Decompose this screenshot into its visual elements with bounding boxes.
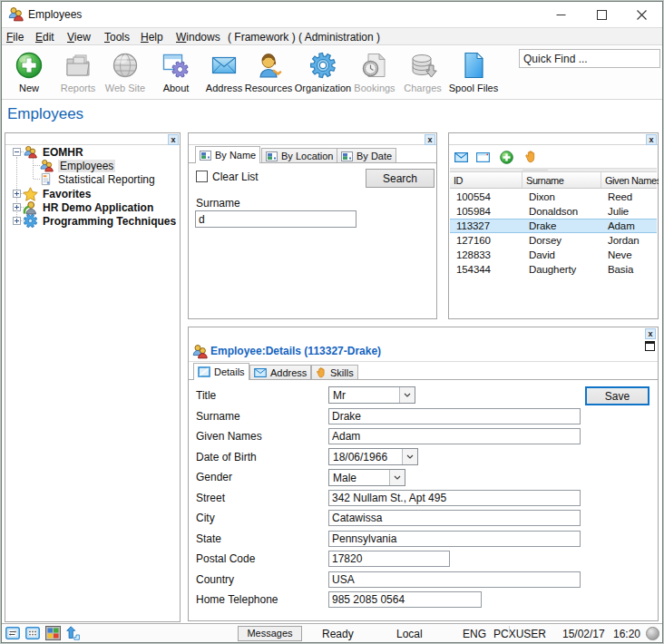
column-header-surname[interactable]: Surname (522, 172, 601, 188)
employee-row-selected[interactable]: 113327 Drake Adam (450, 219, 657, 233)
cell-given-names: Reed (601, 190, 659, 204)
tab-by-date[interactable]: By Date (337, 148, 396, 163)
clear-list-checkbox[interactable] (196, 171, 208, 182)
tree-expand-toggle-favorites[interactable] (13, 190, 21, 198)
surname-input[interactable] (328, 408, 581, 424)
toolbar-resources-button[interactable]: Resources (238, 51, 299, 93)
chevron-down-icon[interactable] (402, 449, 417, 464)
minimize-button[interactable] (541, 2, 581, 27)
cell-id: 128833 (450, 248, 522, 262)
cell-given-names: Julie (601, 204, 659, 219)
street-input[interactable] (328, 490, 581, 506)
menu-tools[interactable]: Tools (104, 31, 130, 44)
column-header-id[interactable]: ID (450, 172, 522, 188)
tree-collapse-toggle-eomhr[interactable] (13, 148, 21, 156)
menu-framework[interactable]: ( Framework ) (228, 31, 296, 44)
country-input[interactable] (328, 571, 581, 588)
skills-hand-button[interactable] (524, 151, 537, 163)
add-employee-button[interactable] (500, 151, 513, 164)
home-telephone-input[interactable] (328, 591, 482, 608)
menu-administration[interactable]: ( Administration ) (298, 31, 380, 44)
scrollbar-thumb[interactable] (522, 170, 548, 171)
toolbar-spoolfiles-button[interactable]: Spool Files (443, 51, 504, 93)
new-window-button[interactable] (476, 152, 490, 162)
quick-find-input[interactable] (519, 49, 660, 68)
search-button[interactable]: Search (366, 169, 435, 188)
messages-button[interactable]: Messages (238, 626, 302, 641)
field-label-given-names: Given Names (196, 430, 262, 443)
tree-expand-toggle-programming[interactable] (13, 217, 21, 225)
save-button[interactable]: Save (585, 386, 649, 405)
chevron-down-icon[interactable] (389, 470, 405, 485)
tree-item-statistical-reporting[interactable]: Statistical Reporting (39, 172, 155, 186)
date-of-birth-combobox[interactable]: 18/06/1966 (328, 448, 418, 465)
employee-row[interactable]: 127160 Dorsey Jordan (450, 233, 657, 248)
results-panel-close-button[interactable]: x (646, 134, 657, 145)
cell-id: 105984 (450, 204, 522, 219)
tab-by-location[interactable]: By Location (261, 148, 337, 163)
cell-surname: Dixon (522, 190, 601, 204)
chevron-down-icon[interactable] (399, 387, 415, 403)
menu-windows[interactable]: Windows (176, 31, 220, 44)
employee-row[interactable]: 100554 Dixon Reed (450, 190, 657, 204)
details-panel-maximize-button[interactable] (645, 341, 655, 351)
city-input[interactable] (328, 510, 581, 526)
sort-view-button[interactable] (66, 626, 80, 640)
column-header-given-names[interactable]: Given Names (601, 172, 659, 188)
menu-help[interactable]: Help (141, 31, 163, 44)
tree-item-programming-techniques[interactable]: Programming Techniques (23, 214, 176, 228)
quad-view-button-selected[interactable] (45, 626, 61, 640)
details-window-icon (198, 366, 210, 377)
maximize-button[interactable] (581, 2, 622, 27)
cell-id: 154344 (450, 262, 522, 277)
status-date: 15/02/17 (562, 628, 605, 640)
form-icon (200, 151, 211, 161)
cell-surname: Daugherty (522, 262, 601, 277)
menu-file[interactable]: File (6, 31, 24, 44)
employee-details-panel: x Employee:Details (113327-Drake) Detail… (188, 327, 659, 621)
tab-details[interactable]: Details (193, 363, 249, 380)
employee-row[interactable]: 154344 Daugherty Basia (450, 262, 657, 277)
postal-code-input[interactable] (328, 551, 450, 567)
tree-item-favorites[interactable]: Favorites (23, 187, 91, 200)
icons-view-button[interactable] (25, 627, 40, 639)
results-toolbar (450, 145, 657, 168)
details-header-separator (189, 361, 658, 362)
field-label-city: City (196, 512, 215, 524)
field-label-surname: Surname (196, 410, 240, 423)
details-panel-close-button[interactable]: x (645, 328, 656, 339)
mail-employee-button[interactable] (454, 152, 468, 162)
menu-edit[interactable]: Edit (35, 31, 54, 44)
tree-item-hr-demo-application[interactable]: HR Demo Application (23, 200, 153, 214)
gender-combobox[interactable]: Male (328, 469, 405, 486)
tab-skills[interactable]: Skills (311, 365, 358, 380)
cell-id: 100554 (450, 190, 522, 204)
state-input[interactable] (328, 531, 581, 547)
given-names-input[interactable] (328, 428, 581, 444)
employee-row[interactable]: 105984 Donaldson Julie (450, 204, 657, 219)
tab-label: By Date (356, 151, 392, 161)
app-window: Employees File Edit View Tools Help Wind… (0, 0, 664, 644)
title-combobox[interactable]: Mr (328, 386, 415, 404)
surname-search-input[interactable] (195, 210, 356, 228)
cell-given-names: Basia (601, 262, 659, 277)
search-panel-close-button[interactable]: x (425, 134, 435, 145)
employee-row[interactable]: 128833 David Neve (450, 248, 657, 262)
flow-view-button[interactable] (5, 627, 20, 639)
navigation-panel-close-button[interactable]: x (168, 134, 179, 145)
charges-icon (408, 51, 437, 80)
tab-by-name[interactable]: By Name (195, 146, 260, 163)
combo-value: Male (333, 472, 356, 484)
tab-address[interactable]: Address (249, 365, 311, 380)
resources-icon (254, 51, 283, 80)
statusbar-separator (509, 626, 510, 634)
status-ready: Ready (322, 628, 354, 640)
menu-view[interactable]: View (67, 31, 91, 44)
field-label-country: Country (196, 573, 234, 586)
tree-item-employees[interactable]: Employees (39, 159, 115, 172)
close-button[interactable] (621, 2, 662, 27)
tree-item-eomhr[interactable]: EOMHR (23, 145, 83, 159)
close-icon (637, 10, 647, 20)
tab-label: By Name (215, 150, 256, 161)
tree-expand-toggle-hr-demo[interactable] (13, 203, 21, 211)
